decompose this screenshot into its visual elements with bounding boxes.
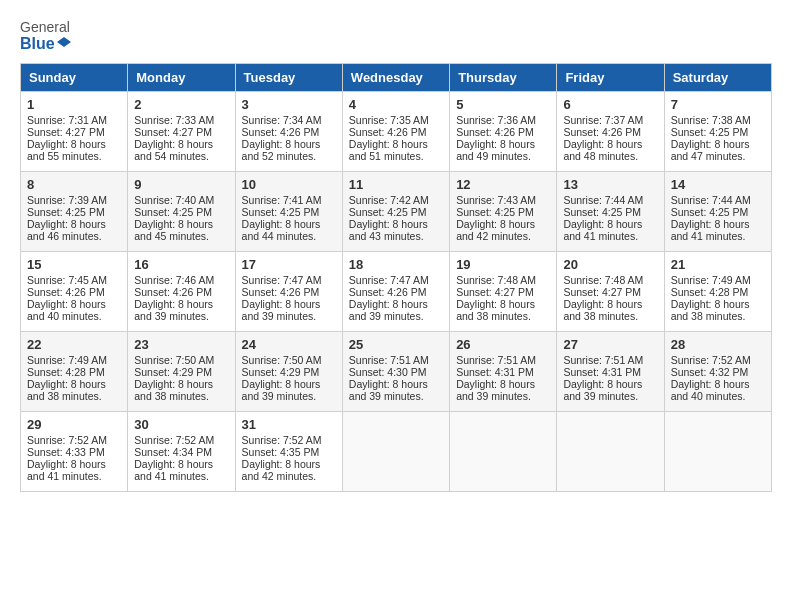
- day-number: 16: [134, 257, 228, 272]
- sunrise-text: Sunrise: 7:51 AM: [349, 354, 429, 366]
- day-number: 10: [242, 177, 336, 192]
- day-number: 25: [349, 337, 443, 352]
- daylight-text: Daylight: 8 hours and 44 minutes.: [242, 218, 321, 242]
- sunrise-text: Sunrise: 7:45 AM: [27, 274, 107, 286]
- sunset-text: Sunset: 4:33 PM: [27, 446, 105, 458]
- daylight-text: Daylight: 8 hours and 39 minutes.: [134, 298, 213, 322]
- sunrise-text: Sunrise: 7:46 AM: [134, 274, 214, 286]
- sunset-text: Sunset: 4:32 PM: [671, 366, 749, 378]
- sunset-text: Sunset: 4:25 PM: [563, 206, 641, 218]
- sunrise-text: Sunrise: 7:31 AM: [27, 114, 107, 126]
- daylight-text: Daylight: 8 hours and 48 minutes.: [563, 138, 642, 162]
- calendar-cell: 31Sunrise: 7:52 AMSunset: 4:35 PMDayligh…: [235, 411, 342, 491]
- sunrise-text: Sunrise: 7:51 AM: [456, 354, 536, 366]
- daylight-text: Daylight: 8 hours and 39 minutes.: [349, 298, 428, 322]
- calendar-cell: 1Sunrise: 7:31 AMSunset: 4:27 PMDaylight…: [21, 91, 128, 171]
- day-number: 22: [27, 337, 121, 352]
- calendar-cell: 4Sunrise: 7:35 AMSunset: 4:26 PMDaylight…: [342, 91, 449, 171]
- daylight-text: Daylight: 8 hours and 41 minutes.: [27, 458, 106, 482]
- day-number: 5: [456, 97, 550, 112]
- sunrise-text: Sunrise: 7:39 AM: [27, 194, 107, 206]
- sunset-text: Sunset: 4:26 PM: [563, 126, 641, 138]
- day-number: 31: [242, 417, 336, 432]
- day-number: 17: [242, 257, 336, 272]
- day-number: 11: [349, 177, 443, 192]
- sunset-text: Sunset: 4:29 PM: [134, 366, 212, 378]
- calendar-cell: 12Sunrise: 7:43 AMSunset: 4:25 PMDayligh…: [450, 171, 557, 251]
- sunset-text: Sunset: 4:27 PM: [27, 126, 105, 138]
- calendar-cell: 16Sunrise: 7:46 AMSunset: 4:26 PMDayligh…: [128, 251, 235, 331]
- day-number: 15: [27, 257, 121, 272]
- daylight-text: Daylight: 8 hours and 52 minutes.: [242, 138, 321, 162]
- calendar-header: SundayMondayTuesdayWednesdayThursdayFrid…: [21, 63, 772, 91]
- calendar-cell: [557, 411, 664, 491]
- sunrise-text: Sunrise: 7:52 AM: [134, 434, 214, 446]
- daylight-text: Daylight: 8 hours and 38 minutes.: [671, 298, 750, 322]
- sunrise-text: Sunrise: 7:44 AM: [563, 194, 643, 206]
- sunrise-text: Sunrise: 7:49 AM: [27, 354, 107, 366]
- day-number: 3: [242, 97, 336, 112]
- calendar-cell: 24Sunrise: 7:50 AMSunset: 4:29 PMDayligh…: [235, 331, 342, 411]
- day-number: 27: [563, 337, 657, 352]
- daylight-text: Daylight: 8 hours and 39 minutes.: [242, 378, 321, 402]
- sunset-text: Sunset: 4:27 PM: [563, 286, 641, 298]
- day-number: 13: [563, 177, 657, 192]
- day-number: 18: [349, 257, 443, 272]
- sunrise-text: Sunrise: 7:51 AM: [563, 354, 643, 366]
- sunrise-text: Sunrise: 7:52 AM: [27, 434, 107, 446]
- calendar-cell: 23Sunrise: 7:50 AMSunset: 4:29 PMDayligh…: [128, 331, 235, 411]
- sunset-text: Sunset: 4:26 PM: [27, 286, 105, 298]
- calendar-cell: [450, 411, 557, 491]
- daylight-text: Daylight: 8 hours and 41 minutes.: [671, 218, 750, 242]
- calendar-cell: 28Sunrise: 7:52 AMSunset: 4:32 PMDayligh…: [664, 331, 771, 411]
- sunrise-text: Sunrise: 7:42 AM: [349, 194, 429, 206]
- sunset-text: Sunset: 4:30 PM: [349, 366, 427, 378]
- sunrise-text: Sunrise: 7:47 AM: [349, 274, 429, 286]
- daylight-text: Daylight: 8 hours and 39 minutes.: [456, 378, 535, 402]
- svg-marker-0: [57, 37, 71, 47]
- day-number: 26: [456, 337, 550, 352]
- day-number: 9: [134, 177, 228, 192]
- day-header-monday: Monday: [128, 63, 235, 91]
- sunset-text: Sunset: 4:25 PM: [671, 206, 749, 218]
- calendar-cell: 2Sunrise: 7:33 AMSunset: 4:27 PMDaylight…: [128, 91, 235, 171]
- sunset-text: Sunset: 4:26 PM: [242, 126, 320, 138]
- daylight-text: Daylight: 8 hours and 38 minutes.: [27, 378, 106, 402]
- sunset-text: Sunset: 4:26 PM: [349, 286, 427, 298]
- day-header-wednesday: Wednesday: [342, 63, 449, 91]
- day-number: 1: [27, 97, 121, 112]
- sunset-text: Sunset: 4:25 PM: [134, 206, 212, 218]
- sunset-text: Sunset: 4:25 PM: [242, 206, 320, 218]
- sunset-text: Sunset: 4:26 PM: [456, 126, 534, 138]
- calendar-cell: 17Sunrise: 7:47 AMSunset: 4:26 PMDayligh…: [235, 251, 342, 331]
- day-header-thursday: Thursday: [450, 63, 557, 91]
- calendar-cell: 5Sunrise: 7:36 AMSunset: 4:26 PMDaylight…: [450, 91, 557, 171]
- day-number: 19: [456, 257, 550, 272]
- calendar-cell: 7Sunrise: 7:38 AMSunset: 4:25 PMDaylight…: [664, 91, 771, 171]
- sunrise-text: Sunrise: 7:41 AM: [242, 194, 322, 206]
- daylight-text: Daylight: 8 hours and 55 minutes.: [27, 138, 106, 162]
- day-header-tuesday: Tuesday: [235, 63, 342, 91]
- daylight-text: Daylight: 8 hours and 45 minutes.: [134, 218, 213, 242]
- calendar-cell: 25Sunrise: 7:51 AMSunset: 4:30 PMDayligh…: [342, 331, 449, 411]
- calendar-cell: 20Sunrise: 7:48 AMSunset: 4:27 PMDayligh…: [557, 251, 664, 331]
- sunset-text: Sunset: 4:34 PM: [134, 446, 212, 458]
- sunrise-text: Sunrise: 7:44 AM: [671, 194, 751, 206]
- calendar-cell: 9Sunrise: 7:40 AMSunset: 4:25 PMDaylight…: [128, 171, 235, 251]
- sunset-text: Sunset: 4:25 PM: [349, 206, 427, 218]
- sunrise-text: Sunrise: 7:35 AM: [349, 114, 429, 126]
- daylight-text: Daylight: 8 hours and 39 minutes.: [349, 378, 428, 402]
- sunrise-text: Sunrise: 7:33 AM: [134, 114, 214, 126]
- calendar-cell: 29Sunrise: 7:52 AMSunset: 4:33 PMDayligh…: [21, 411, 128, 491]
- day-header-sunday: Sunday: [21, 63, 128, 91]
- sunrise-text: Sunrise: 7:48 AM: [563, 274, 643, 286]
- logo-blue-text: Blue: [20, 35, 71, 53]
- day-number: 7: [671, 97, 765, 112]
- sunrise-text: Sunrise: 7:49 AM: [671, 274, 751, 286]
- calendar-cell: 22Sunrise: 7:49 AMSunset: 4:28 PMDayligh…: [21, 331, 128, 411]
- sunrise-text: Sunrise: 7:48 AM: [456, 274, 536, 286]
- day-number: 4: [349, 97, 443, 112]
- calendar-cell: 13Sunrise: 7:44 AMSunset: 4:25 PMDayligh…: [557, 171, 664, 251]
- sunrise-text: Sunrise: 7:40 AM: [134, 194, 214, 206]
- sunset-text: Sunset: 4:35 PM: [242, 446, 320, 458]
